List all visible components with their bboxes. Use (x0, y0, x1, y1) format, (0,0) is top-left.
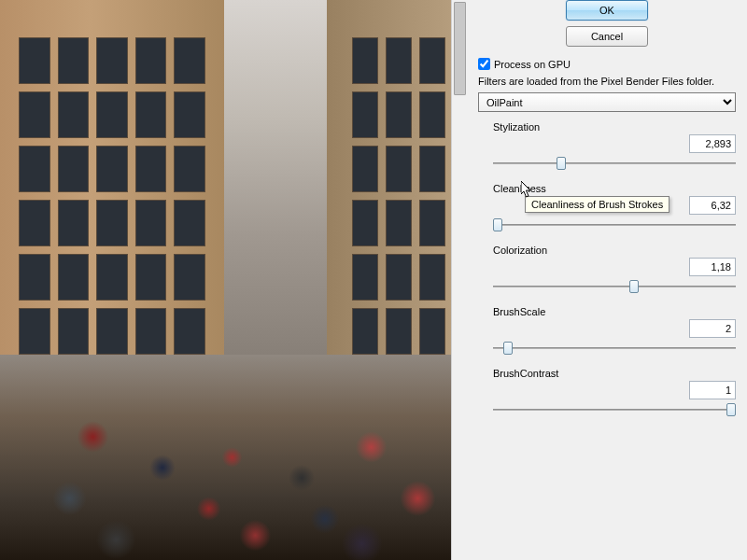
colorization-slider[interactable] (493, 278, 736, 295)
cleanliness-label: Cleanliness (478, 183, 736, 194)
brushcontrast-input[interactable] (689, 381, 736, 399)
cleanliness-input[interactable] (689, 196, 736, 215)
param-stylization: Stylization (478, 121, 736, 172)
param-brushscale: BrushScale (478, 306, 736, 357)
scroll-thumb[interactable] (454, 2, 466, 95)
colorization-input[interactable] (689, 258, 736, 276)
vertical-scrollbar[interactable] (451, 0, 467, 560)
filter-preview-image (0, 0, 464, 560)
stylization-slider[interactable] (493, 155, 736, 172)
colorization-label: Colorization (478, 245, 736, 256)
brushscale-slider[interactable] (493, 340, 736, 357)
process-gpu-label: Process on GPU (494, 59, 571, 70)
filter-select[interactable]: OilPaint (478, 92, 736, 112)
brushcontrast-slider[interactable] (493, 401, 736, 418)
brushcontrast-label: BrushContrast (478, 368, 736, 379)
param-brushcontrast: BrushContrast (478, 368, 736, 418)
filter-folder-info: Filters are loaded from the Pixel Bender… (478, 76, 736, 87)
control-panel: OK Cancel Process on GPU Filters are loa… (467, 0, 747, 560)
param-colorization: Colorization (478, 245, 736, 295)
cursor-icon (521, 181, 532, 198)
cleanliness-slider[interactable] (493, 217, 736, 233)
stylization-input[interactable] (689, 134, 736, 153)
ok-button[interactable]: OK (566, 0, 648, 21)
process-gpu-checkbox[interactable] (478, 58, 490, 70)
brushscale-label: BrushScale (478, 306, 736, 317)
stylization-label: Stylization (478, 121, 736, 133)
cleanliness-tooltip: Cleanliness of Brush Strokes (525, 196, 669, 213)
preview-pane (0, 0, 467, 560)
cancel-button[interactable]: Cancel (566, 26, 648, 47)
brushscale-input[interactable] (689, 319, 736, 338)
param-cleanliness: Cleanliness Cleanliness of Brush Strokes (478, 183, 736, 233)
